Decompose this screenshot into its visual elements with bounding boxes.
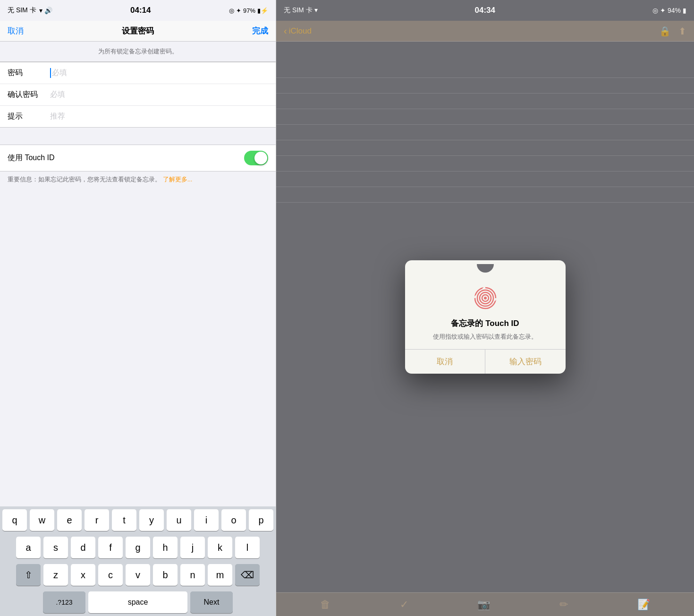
status-bar-left: 无 SIM 卡 ▾ 🔊 04:14 ◎ ✦ 97% ▮⚡ [0,0,276,21]
key-d[interactable]: d [71,537,95,558]
delete-key[interactable]: ⌫ [235,564,260,586]
key-b[interactable]: b [153,564,178,586]
dialog-body: 备忘录的 Touch ID 使用指纹或输入密码以查看此备忘录。 [405,273,566,349]
dialog-buttons: 取消 输入密码 [405,349,566,374]
dialog-enter-password-button[interactable]: 输入密码 [485,350,566,374]
nav-bar-right: ‹ iCloud 🔒 ⬆ [276,21,694,42]
battery-icon-right: ▮ [683,7,686,14]
key-k[interactable]: k [208,537,232,558]
dialog-handle [405,260,566,273]
wifi-icon-left: ▾ 🔊 [39,7,52,14]
space-key[interactable]: space [88,591,187,613]
password-label: 密码 [8,68,50,78]
key-p[interactable]: p [249,509,273,531]
back-label: iCloud [289,26,312,36]
confirm-label: 确认密码 [8,90,50,100]
form-section: 密码 必填 确认密码 必填 提示 推荐 [0,62,276,128]
compose-icon[interactable]: 📝 [637,599,650,611]
info-text: 为所有锁定备忘录创建密码。 [8,47,268,56]
status-right-right: ◎ ✦ 94% ▮ [652,7,686,14]
touchid-label: 使用 Touch ID [8,153,55,163]
hint-row[interactable]: 提示 推荐 [0,106,276,127]
hint-label: 提示 [8,111,50,121]
key-x[interactable]: x [71,564,95,586]
next-key[interactable]: Next [190,591,233,613]
key-w[interactable]: w [30,509,54,531]
right-phone: 无 SIM 卡 ▾ 04:34 ◎ ✦ 94% ▮ ‹ iCloud 🔒 ⬆ [276,0,694,616]
status-right-left: ◎ ✦ 97% ▮⚡ [229,7,268,14]
key-c[interactable]: c [98,564,123,586]
done-circle-icon[interactable]: ✓ [400,599,408,611]
bluetooth-icon: ✦ [236,7,241,14]
carrier-left: 无 SIM 卡 [8,6,36,15]
warning-section: 重要信息：如果忘记此密码，您将无法查看锁定备忘录。 了解更多... [0,171,276,189]
key-t[interactable]: t [112,509,136,531]
dialog-handle-shape [477,264,494,273]
warning-link[interactable]: 了解更多... [163,176,193,183]
cancel-button[interactable]: 取消 [8,26,24,36]
section-gap [0,128,276,145]
touchid-section: 使用 Touch ID [0,145,276,171]
key-z[interactable]: z [43,564,68,586]
key-g[interactable]: g [126,537,150,558]
confirm-input[interactable]: 必填 [50,90,65,100]
key-n[interactable]: n [180,564,205,586]
carrier-right-wrap: 无 SIM 卡 ▾ [284,6,318,15]
touchid-dialog: 备忘录的 Touch ID 使用指纹或输入密码以查看此备忘录。 取消 输入密码 [405,260,566,373]
confirm-password-row[interactable]: 确认密码 必填 [0,84,276,106]
password-input[interactable]: 必填 [50,68,67,78]
touchid-toggle[interactable] [244,151,268,165]
key-i[interactable]: i [194,509,219,531]
key-l[interactable]: l [235,537,260,558]
key-u[interactable]: u [167,509,191,531]
touchid-row[interactable]: 使用 Touch ID [0,145,276,171]
key-h[interactable]: h [153,537,178,558]
dialog-cancel-button[interactable]: 取消 [405,350,486,374]
key-e[interactable]: e [57,509,82,531]
dialog-overlay: 备忘录的 Touch ID 使用指纹或输入密码以查看此备忘录。 取消 输入密码 [276,42,694,592]
key-j[interactable]: j [180,537,205,558]
dialog-message: 使用指纹或输入密码以查看此备忘录。 [415,333,556,341]
carrier-right: 无 SIM 卡 [284,6,313,14]
status-bar-right: 无 SIM 卡 ▾ 04:34 ◎ ✦ 94% ▮ [276,0,694,21]
key-m[interactable]: m [208,564,232,586]
battery-right: 94% [668,7,681,14]
status-left: 无 SIM 卡 ▾ 🔊 [8,6,52,15]
key-a[interactable]: a [16,537,41,558]
battery-left: 97% [243,7,255,14]
key-o[interactable]: o [221,509,246,531]
lock-icon[interactable]: 🔒 [659,26,671,37]
time-right: 04:34 [475,6,495,15]
keyboard: q w e r t y u i o p a s d f g h j k l ⇧ … [0,506,276,616]
pen-slash-icon[interactable]: ✏ [559,599,568,611]
key-row-1: q w e r t y u i o p [0,506,276,534]
svg-point-4 [484,297,487,299]
toolbar-right: 🗑 ✓ 📷 ✏ 📝 [276,592,694,616]
key-q[interactable]: q [2,509,27,531]
done-button[interactable]: 完成 [252,26,268,36]
key-s[interactable]: s [43,537,68,558]
key-v[interactable]: v [126,564,150,586]
camera-icon[interactable]: 📷 [477,599,490,611]
fingerprint-icon [471,284,499,312]
toggle-thumb [254,152,267,164]
gps-icon: ◎ [229,7,234,14]
trash-icon[interactable]: 🗑 [320,599,330,611]
key-r[interactable]: r [85,509,109,531]
nav-title-left: 设置密码 [122,26,154,36]
wifi-icon-right: ▾ [314,6,318,14]
dialog-title: 备忘录的 Touch ID [415,318,556,329]
key-f[interactable]: f [98,537,123,558]
password-row[interactable]: 密码 必填 [0,62,276,84]
shift-key[interactable]: ⇧ [16,564,41,586]
share-icon[interactable]: ⬆ [678,26,686,37]
info-section: 为所有锁定备忘录创建密码。 [0,42,276,62]
hint-input[interactable]: 推荐 [50,111,65,121]
symbols-key[interactable]: .?123 [43,591,85,613]
back-button[interactable]: ‹ iCloud [284,26,312,36]
time-left: 04:14 [130,6,151,15]
gps-icon-right: ◎ [652,7,658,14]
key-row-3: ⇧ z x c v b n m ⌫ [0,561,276,589]
content-area: 备忘录的 Touch ID 使用指纹或输入密码以查看此备忘录。 取消 输入密码 [276,42,694,592]
key-y[interactable]: y [139,509,164,531]
